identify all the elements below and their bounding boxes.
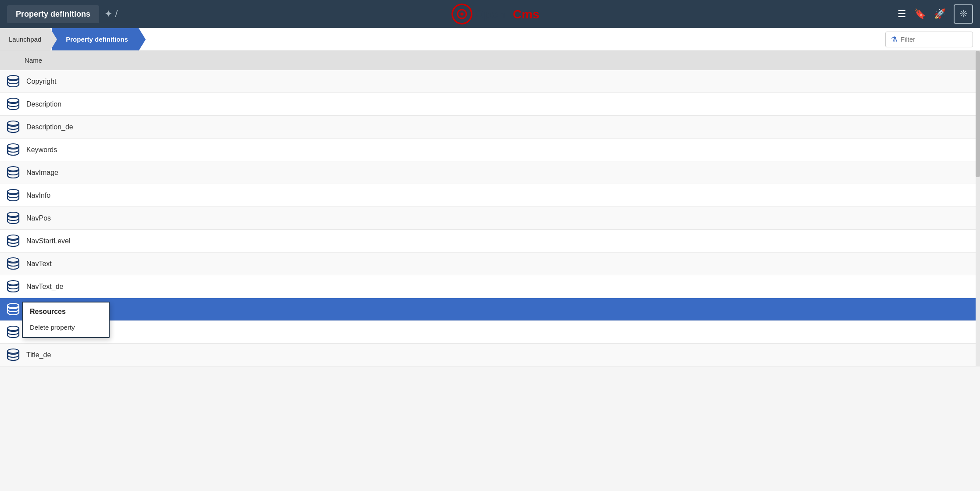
database-icon	[5, 142, 21, 158]
table-row[interactable]: Title	[0, 321, 980, 344]
database-icon	[5, 347, 21, 363]
row-name-label: Description_de	[26, 123, 73, 131]
svg-point-29	[7, 258, 19, 262]
row-name-label: Copyright	[26, 78, 56, 85]
svg-point-23	[7, 212, 19, 217]
breadcrumb-current[interactable]: Property definitions	[52, 28, 139, 50]
table-header: Name	[0, 51, 980, 70]
row-name-label: NavInfo	[26, 192, 50, 199]
table-row[interactable]: Description_de	[0, 116, 980, 139]
grid-icon: ❊	[959, 8, 967, 20]
app-header: Property definitions ✦ / Open Cms ☰ 🔖 🚀 …	[0, 0, 980, 28]
context-menu: ResourcesDelete property	[22, 302, 110, 338]
svg-point-17	[7, 167, 19, 171]
database-icon	[5, 324, 21, 340]
hamburger-menu-icon[interactable]: ☰	[898, 8, 906, 20]
table-row[interactable]: Title_de	[0, 344, 980, 366]
table-row[interactable]: NavPos	[0, 207, 980, 230]
table-body: Copyright Description Description_de Key…	[0, 70, 980, 366]
context-menu-header: Resources	[23, 302, 109, 319]
filter-input-wrap: ⚗	[885, 32, 973, 47]
header-icons: ☰ 🔖 🚀 ❊	[898, 4, 973, 24]
svg-point-11	[7, 121, 19, 125]
header-title-button[interactable]: Property definitions	[7, 5, 99, 23]
logo-svg: Open Cms	[451, 3, 565, 25]
bookmark-icon[interactable]: 🔖	[914, 8, 926, 20]
rocket-icon[interactable]: 🚀	[934, 8, 946, 20]
table-row[interactable]: NavText	[0, 253, 980, 275]
magic-wand-icon[interactable]: ✦ /	[104, 8, 118, 20]
row-name-label: NavText	[26, 260, 52, 268]
svg-point-41	[7, 349, 19, 353]
filter-icon: ⚗	[891, 35, 897, 43]
database-icon	[5, 302, 21, 317]
svg-text:Open: Open	[474, 7, 506, 21]
svg-point-5	[7, 75, 19, 80]
database-icon	[5, 279, 21, 295]
table-row[interactable]: ResourcesResourcesDelete property	[0, 298, 980, 321]
svg-point-32	[7, 281, 19, 285]
scrollbar-track[interactable]	[976, 51, 980, 366]
database-icon	[5, 119, 21, 135]
table-row[interactable]: NavInfo	[0, 184, 980, 207]
database-icon	[5, 210, 21, 226]
table-row[interactable]: Copyright	[0, 70, 980, 93]
database-icon	[5, 233, 21, 249]
row-name-label: Description	[26, 100, 61, 108]
svg-point-2	[461, 13, 464, 16]
row-name-label: NavStartLevel	[26, 237, 71, 245]
property-table: Name Copyright Description Description_d…	[0, 51, 980, 366]
row-name-label: Keywords	[26, 146, 57, 154]
table-row[interactable]: Description	[0, 93, 980, 116]
svg-point-8	[7, 98, 19, 103]
svg-point-26	[7, 235, 19, 239]
database-icon	[5, 256, 21, 272]
breadcrumb-launchpad[interactable]: Launchpad	[0, 28, 50, 50]
database-icon	[5, 74, 21, 89]
svg-point-38	[7, 326, 19, 331]
table-row[interactable]: NavStartLevel	[0, 230, 980, 253]
row-name-label: NavPos	[26, 214, 51, 222]
svg-point-14	[7, 144, 19, 148]
svg-point-20	[7, 189, 19, 194]
context-menu-item-delete[interactable]: Delete property	[23, 319, 109, 337]
table-row[interactable]: Keywords	[0, 139, 980, 161]
opencms-logo: Open Cms	[123, 3, 892, 25]
breadcrumb-bar: Launchpad Property definitions ⚗	[0, 28, 980, 51]
filter-input[interactable]	[901, 36, 966, 43]
table-row[interactable]: NavText_de	[0, 275, 980, 298]
grid-icon-box[interactable]: ❊	[954, 4, 973, 24]
table-row[interactable]: NavImage	[0, 161, 980, 184]
database-icon	[5, 165, 21, 181]
svg-point-35	[7, 303, 19, 308]
column-name-header: Name	[25, 57, 42, 64]
svg-text:Cms: Cms	[513, 7, 540, 21]
row-name-label: NavText_de	[26, 283, 64, 291]
row-name-label: Title_de	[26, 351, 51, 359]
database-icon	[5, 96, 21, 112]
scrollbar-thumb[interactable]	[976, 51, 980, 177]
database-icon	[5, 188, 21, 203]
row-name-label: NavImage	[26, 169, 58, 177]
